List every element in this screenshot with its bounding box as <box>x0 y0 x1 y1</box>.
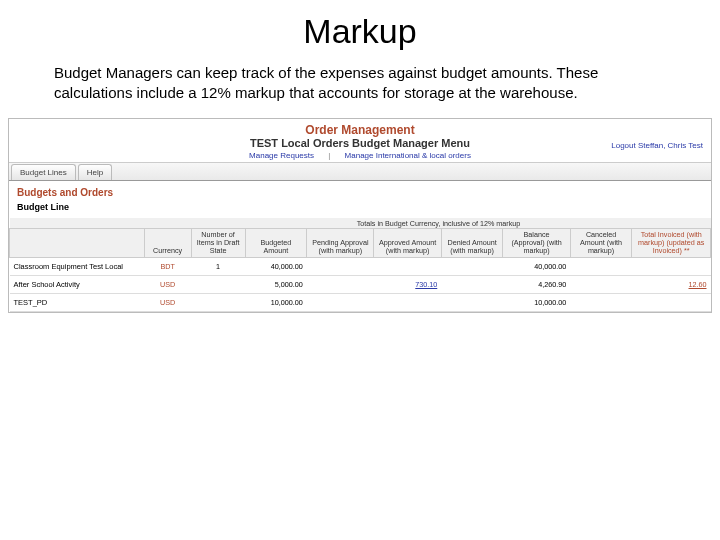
cell-draft <box>191 276 245 294</box>
table-row: TEST_PD USD 10,000.00 10,000.00 <box>10 294 711 312</box>
cell-name: Classroom Equipment Test Local <box>10 258 145 276</box>
cell-invoiced[interactable] <box>632 258 711 276</box>
logout-link[interactable]: Logout Steffan, Chris Test <box>611 141 703 150</box>
tab-budget-lines[interactable]: Budget Lines <box>11 164 76 180</box>
cell-draft: 1 <box>191 258 245 276</box>
link-separator-icon: | <box>328 151 330 160</box>
app-title: Order Management <box>9 123 711 137</box>
cell-balance: 4,260.90 <box>503 276 570 294</box>
table-caption: Totals in Budget Currency, inclusive of … <box>245 218 632 228</box>
col-canceled: Canceled Amount (with markup) <box>570 229 632 258</box>
col-approved: Approved Amount (with markup) <box>374 229 441 258</box>
sub-section-title: Budget Line <box>9 200 711 218</box>
cell-pending <box>307 294 374 312</box>
app-subtitle: TEST Local Orders Budget Manager Menu <box>9 137 711 149</box>
table-row: Classroom Equipment Test Local BDT 1 40,… <box>10 258 711 276</box>
cell-approved[interactable] <box>374 294 441 312</box>
cell-balance: 10,000.00 <box>503 294 570 312</box>
slide-body-text: Budget Managers can keep track of the ex… <box>0 63 720 118</box>
cell-budgeted: 5,000.00 <box>245 276 307 294</box>
col-denied: Denied Amount (with markup) <box>441 229 503 258</box>
cell-canceled <box>570 276 632 294</box>
col-pending: Pending Approval (with markup) <box>307 229 374 258</box>
cell-name: TEST_PD <box>10 294 145 312</box>
col-balance: Balance (Approval) (with markup) <box>503 229 570 258</box>
col-draft: Number of Items in Draft State <box>191 229 245 258</box>
link-manage-requests[interactable]: Manage Requests <box>249 151 314 160</box>
cell-currency: USD <box>144 294 191 312</box>
cell-invoiced[interactable] <box>632 294 711 312</box>
cell-budgeted: 10,000.00 <box>245 294 307 312</box>
cell-pending <box>307 258 374 276</box>
cell-denied <box>441 294 503 312</box>
cell-approved[interactable] <box>374 258 441 276</box>
cell-pending <box>307 276 374 294</box>
col-currency: Currency <box>144 229 191 258</box>
cell-name: After School Activity <box>10 276 145 294</box>
col-budgeted: Budgeted Amount <box>245 229 307 258</box>
col-name <box>10 229 145 258</box>
cell-balance: 40,000.00 <box>503 258 570 276</box>
cell-draft <box>191 294 245 312</box>
budget-table: Totals in Budget Currency, inclusive of … <box>9 218 711 312</box>
tab-help[interactable]: Help <box>78 164 112 180</box>
cell-canceled <box>570 294 632 312</box>
cell-denied <box>441 276 503 294</box>
order-management-app: Order Management TEST Local Orders Budge… <box>8 118 712 313</box>
tab-bar: Budget Lines Help <box>9 162 711 181</box>
section-title: Budgets and Orders <box>9 181 711 200</box>
cell-approved[interactable]: 730.10 <box>374 276 441 294</box>
link-manage-international[interactable]: Manage International & local orders <box>345 151 471 160</box>
cell-denied <box>441 258 503 276</box>
cell-currency: BDT <box>144 258 191 276</box>
cell-canceled <box>570 258 632 276</box>
cell-currency: USD <box>144 276 191 294</box>
app-sublinks: Manage Requests | Manage International &… <box>9 151 711 160</box>
col-invoiced: Total Invoiced (with markup) (updated as… <box>632 229 711 258</box>
table-row: After School Activity USD 5,000.00 730.1… <box>10 276 711 294</box>
cell-budgeted: 40,000.00 <box>245 258 307 276</box>
slide-title: Markup <box>0 12 720 51</box>
cell-invoiced[interactable]: 12.60 <box>632 276 711 294</box>
app-header: Order Management TEST Local Orders Budge… <box>9 119 711 162</box>
